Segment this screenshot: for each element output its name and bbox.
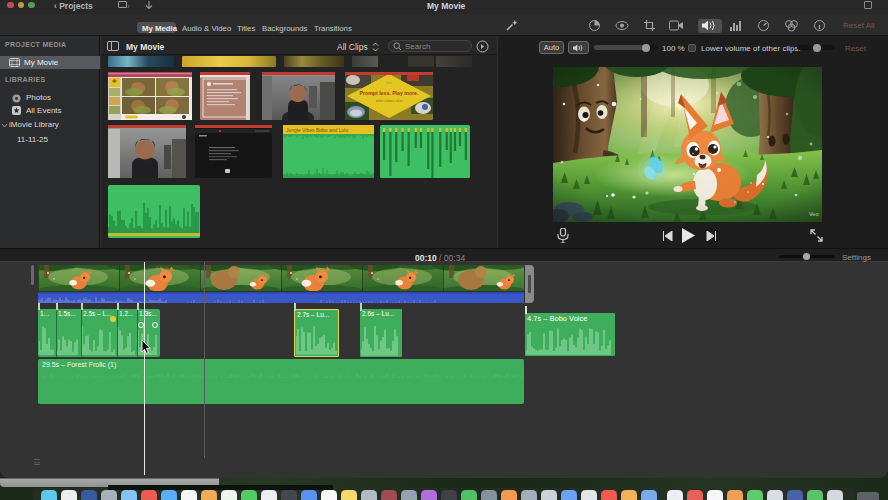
svg-text:Veo: Veo [809,211,818,217]
svg-text:Prompt less. Play more.: Prompt less. Play more. [360,90,419,96]
svg-text:what comes next: what comes next [376,99,402,103]
svg-text:Jungle Vibes Bobo and Lulu: Jungle Vibes Bobo and Lulu [286,127,348,133]
svg-text:Veo: Veo [386,81,392,85]
